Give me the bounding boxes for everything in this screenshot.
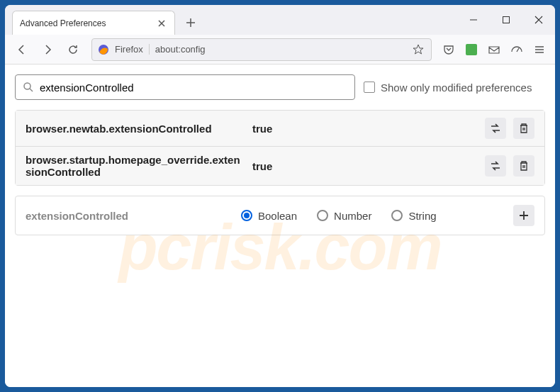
- radio-label: String: [408, 210, 436, 222]
- site-identity: Firefox: [115, 44, 150, 55]
- content-area: pcrisk.com Show only modified preference…: [5, 65, 555, 387]
- back-button[interactable]: [11, 38, 33, 61]
- new-pref-row: extensionControlled Boolean Number Strin…: [15, 196, 545, 235]
- pref-name: browser.newtab.extensionControlled: [26, 123, 245, 135]
- close-tab-icon[interactable]: [156, 18, 167, 29]
- radio-string[interactable]: String: [391, 210, 436, 222]
- browser-tab[interactable]: Advanced Preferences: [12, 11, 175, 35]
- search-row: Show only modified preferences: [15, 74, 545, 100]
- radio-icon: [241, 210, 252, 221]
- add-button[interactable]: [513, 205, 534, 226]
- search-input[interactable]: [40, 82, 347, 94]
- reload-button[interactable]: [62, 38, 84, 61]
- mail-icon[interactable]: [484, 40, 504, 60]
- toolbar: Firefox about:config: [5, 35, 555, 65]
- new-pref-name: extensionControlled: [26, 210, 224, 222]
- window-controls: [457, 5, 555, 35]
- tab-title: Advanced Preferences: [20, 18, 150, 28]
- checkbox-label: Show only modified preferences: [381, 82, 532, 94]
- tab-bar: Advanced Preferences: [5, 5, 555, 35]
- pref-value: true: [252, 160, 478, 172]
- pref-row: browser.newtab.extensionControlled true: [16, 111, 544, 147]
- search-icon: [23, 82, 34, 93]
- pref-value: true: [252, 123, 478, 135]
- browser-window: Advanced Preferences Firefox about:confi…: [5, 5, 555, 387]
- address-bar[interactable]: Firefox about:config: [91, 38, 432, 61]
- minimize-button[interactable]: [457, 5, 490, 35]
- checkbox-icon: [364, 82, 375, 93]
- radio-icon: [317, 210, 328, 221]
- close-window-button[interactable]: [522, 5, 555, 35]
- radio-label: Boolean: [258, 210, 297, 222]
- dashboard-icon[interactable]: [507, 40, 527, 60]
- menu-button[interactable]: [530, 40, 549, 60]
- firefox-icon: [98, 44, 109, 55]
- delete-button[interactable]: [513, 155, 534, 177]
- url-text: about:config: [155, 44, 405, 55]
- pref-row: browser.startup.homepage_override.extens…: [16, 147, 544, 185]
- toggle-button[interactable]: [485, 155, 506, 177]
- radio-number[interactable]: Number: [317, 210, 371, 222]
- show-modified-checkbox[interactable]: Show only modified preferences: [364, 82, 532, 94]
- radio-boolean[interactable]: Boolean: [241, 210, 297, 222]
- pref-name: browser.startup.homepage_override.extens…: [26, 154, 245, 178]
- radio-label: Number: [334, 210, 371, 222]
- new-tab-button[interactable]: [181, 13, 201, 33]
- svg-point-2: [24, 83, 30, 89]
- bookmark-star-icon[interactable]: [411, 43, 425, 57]
- search-box: [15, 74, 355, 100]
- delete-button[interactable]: [513, 118, 534, 139]
- maximize-button[interactable]: [490, 5, 522, 35]
- pocket-icon[interactable]: [439, 40, 459, 60]
- preferences-list: browser.newtab.extensionControlled true …: [15, 110, 545, 186]
- svg-rect-0: [503, 17, 510, 23]
- type-radio-group: Boolean Number String: [241, 210, 496, 222]
- toggle-button[interactable]: [485, 118, 506, 139]
- extension-icon[interactable]: [461, 40, 481, 60]
- forward-button[interactable]: [36, 38, 59, 61]
- radio-icon: [391, 210, 403, 221]
